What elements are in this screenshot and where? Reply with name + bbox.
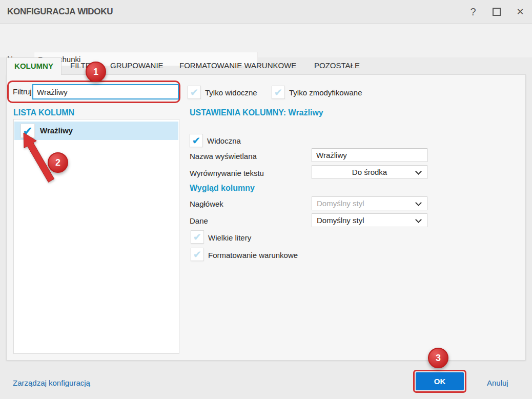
list-item-label: Wrażliwy bbox=[40, 126, 73, 135]
conditional-formatting-label: Formatowanie warunkowe bbox=[208, 251, 298, 260]
only-modified-label: Tylko zmodyfikowane bbox=[289, 88, 362, 97]
column-settings-header: USTAWIENIA KOLUMNY: Wrażliwy bbox=[190, 108, 323, 117]
view-configuration-dialog: KONFIGURACJA WIDOKU ? ✕ Nazwa: KOLUMNY F… bbox=[0, 0, 532, 399]
data-style-label: Dane bbox=[190, 216, 208, 225]
only-visible-label: Tylko widoczne bbox=[205, 88, 257, 97]
maximize-box-glyph bbox=[493, 8, 501, 16]
view-name-row: Nazwa: bbox=[0, 24, 532, 57]
filter-input[interactable] bbox=[32, 84, 179, 99]
header-style-value: Domyślny styl bbox=[312, 197, 427, 210]
cancel-link[interactable]: Anuluj bbox=[487, 378, 508, 387]
tab-kolumny[interactable]: KOLUMNY bbox=[6, 57, 62, 75]
annotation-step-2-badge: 2 bbox=[48, 152, 68, 173]
only-visible-checkbox[interactable] bbox=[188, 86, 201, 99]
conditional-formatting-checkbox[interactable] bbox=[191, 248, 204, 261]
display-name-label: Nazwa wyświetlana bbox=[190, 152, 257, 161]
ok-annotation-outline: OK bbox=[413, 370, 466, 393]
ok-button[interactable]: OK bbox=[416, 372, 464, 390]
tab-formatowanie-warunkowe[interactable]: FORMATOWANIE WARUNKOWE bbox=[179, 57, 296, 74]
list-item-checkbox[interactable] bbox=[21, 124, 35, 138]
annotation-step-3-badge: 3 bbox=[428, 348, 448, 368]
uppercase-label: Wielkie litery bbox=[208, 233, 251, 242]
data-style-dropdown[interactable]: Domyślny styl bbox=[312, 213, 427, 227]
tab-pozostale[interactable]: POZOSTAŁE bbox=[314, 57, 360, 74]
title-bar: KONFIGURACJA WIDOKU ? ✕ bbox=[0, 0, 532, 24]
maximize-icon[interactable] bbox=[489, 0, 504, 24]
filter-annotation-outline: Filtruj: bbox=[7, 81, 180, 103]
column-list-header: LISTA KOLUMN bbox=[13, 108, 74, 117]
header-style-label: Nagłówek bbox=[190, 200, 223, 208]
display-name-input[interactable] bbox=[312, 148, 427, 162]
text-align-dropdown[interactable]: Do środka bbox=[312, 165, 427, 179]
appearance-header: Wygląd kolumny bbox=[190, 184, 255, 193]
text-align-label: Wyrównywanie tekstu bbox=[190, 169, 264, 177]
close-icon[interactable]: ✕ bbox=[513, 0, 528, 24]
dialog-title: KONFIGURACJA WIDOKU bbox=[7, 0, 113, 24]
manage-configuration-link[interactable]: Zarządzaj konfiguracją bbox=[13, 378, 90, 387]
only-modified-checkbox[interactable] bbox=[272, 86, 285, 99]
list-item-wrazliwy[interactable]: Wrażliwy bbox=[14, 122, 178, 140]
filter-label: Filtruj: bbox=[13, 87, 34, 96]
annotation-step-1-badge: 1 bbox=[86, 62, 106, 82]
visible-label: Widoczna bbox=[207, 136, 241, 145]
data-style-value: Domyślny styl bbox=[312, 214, 427, 227]
help-icon[interactable]: ? bbox=[465, 0, 481, 24]
text-align-value: Do środka bbox=[312, 166, 427, 178]
header-style-dropdown[interactable]: Domyślny styl bbox=[312, 196, 427, 210]
uppercase-checkbox[interactable] bbox=[191, 230, 204, 244]
column-listbox[interactable]: Wrażliwy bbox=[13, 119, 179, 354]
visible-checkbox[interactable] bbox=[190, 134, 203, 147]
tab-grupowanie[interactable]: GRUPOWANIE bbox=[110, 57, 163, 74]
